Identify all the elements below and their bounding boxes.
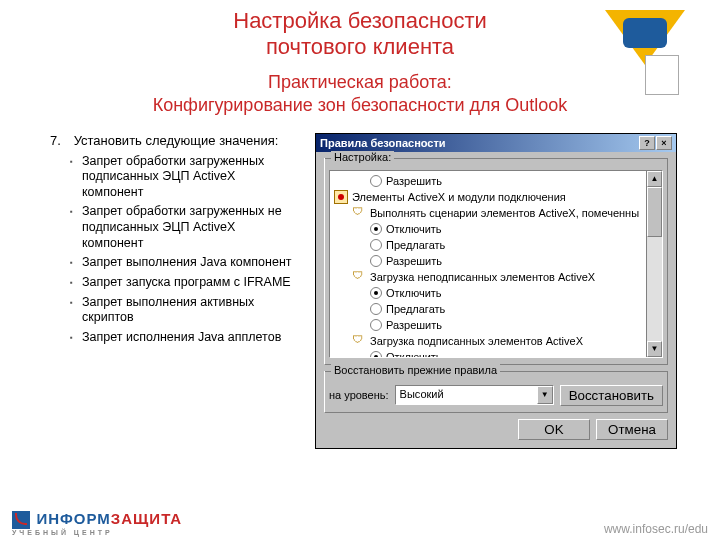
- tree-item-label: Загрузка подписанных элементов ActiveX: [370, 335, 583, 347]
- step-text: Установить следующие значения:: [74, 133, 279, 148]
- tree-subcategory: Выполнять сценарии элементов ActiveX, по…: [330, 205, 662, 221]
- radio-icon[interactable]: [370, 351, 382, 358]
- instruction-bullet: Запрет выполнения Java компонент: [70, 255, 300, 271]
- tree-subcategory: Загрузка неподписанных элементов ActiveX: [330, 269, 662, 285]
- tree-item-label: Предлагать: [386, 303, 445, 315]
- radio-icon[interactable]: [370, 287, 382, 299]
- help-button[interactable]: ?: [639, 136, 655, 150]
- instruction-bullet: Запрет обработки загруженных не подписан…: [70, 204, 300, 251]
- radio-icon[interactable]: [370, 303, 382, 315]
- tree-category: Элементы ActiveX и модули подключения: [330, 189, 662, 205]
- restore-level-value: Высокий: [396, 386, 537, 404]
- instructions-panel: 7. Установить следующие значения: Запрет…: [50, 133, 300, 449]
- instruction-bullet: Запрет запуска программ с IFRAME: [70, 275, 300, 291]
- tree-item-label: Отключить: [386, 351, 442, 358]
- restore-level-label: на уровень:: [329, 389, 389, 401]
- footer-url: www.infosec.ru/edu: [604, 522, 708, 536]
- shield-icon: [352, 270, 366, 284]
- step-number: 7.: [50, 133, 70, 148]
- radio-icon[interactable]: [370, 239, 382, 251]
- combo-dropdown-button[interactable]: ▼: [537, 386, 553, 404]
- radio-icon[interactable]: [370, 175, 382, 187]
- settings-label: Настройка:: [331, 151, 394, 163]
- tree-item-label: Предлагать: [386, 239, 445, 251]
- settings-group: Настройка: РазрешитьЭлементы ActiveX и м…: [324, 158, 668, 365]
- tree-radio-option[interactable]: Отключить: [330, 221, 662, 237]
- tree-item-label: Загрузка неподписанных элементов ActiveX: [370, 271, 595, 283]
- restore-group-label: Восстановить прежние правила: [331, 364, 500, 376]
- restore-button[interactable]: Восстановить: [560, 385, 663, 406]
- tree-item-label: Отключить: [386, 287, 442, 299]
- tree-radio-option[interactable]: Предлагать: [330, 301, 662, 317]
- footer-logo-icon: [12, 511, 30, 529]
- tree-radio-option[interactable]: Разрешить: [330, 173, 662, 189]
- footer-logo: ИНФОРМЗАЩИТА УЧЕБНЫЙ ЦЕНТР: [12, 510, 182, 536]
- tree-item-label: Выполнять сценарии элементов ActiveX, по…: [370, 207, 639, 219]
- tree-item-label: Разрешить: [386, 255, 442, 267]
- tree-subcategory: Загрузка подписанных элементов ActiveX: [330, 333, 662, 349]
- decorative-corner-graphic: [605, 10, 685, 90]
- shield-icon: [352, 334, 366, 348]
- shield-icon: [352, 206, 366, 220]
- instruction-bullet: Запрет выполнения активных скриптов: [70, 295, 300, 326]
- category-icon: [334, 190, 348, 204]
- scroll-thumb[interactable]: [647, 187, 662, 237]
- restore-level-combo[interactable]: Высокий ▼: [395, 385, 554, 405]
- dialog-title: Правила безопасности: [320, 137, 446, 149]
- ok-button[interactable]: OK: [518, 419, 590, 440]
- tree-radio-option[interactable]: Разрешить: [330, 253, 662, 269]
- tree-radio-option[interactable]: Отключить: [330, 285, 662, 301]
- radio-icon[interactable]: [370, 319, 382, 331]
- tree-item-label: Отключить: [386, 223, 442, 235]
- scroll-up-button[interactable]: ▲: [647, 171, 662, 187]
- cancel-button[interactable]: Отмена: [596, 419, 668, 440]
- tree-item-label: Разрешить: [386, 319, 442, 331]
- tree-item-label: Разрешить: [386, 175, 442, 187]
- radio-icon[interactable]: [370, 255, 382, 267]
- settings-tree[interactable]: РазрешитьЭлементы ActiveX и модули подкл…: [329, 170, 663, 358]
- tree-scrollbar[interactable]: ▲ ▼: [646, 171, 662, 357]
- instruction-bullet: Запрет обработки загруженных подписанных…: [70, 154, 300, 201]
- dialog-titlebar[interactable]: Правила безопасности ? ×: [316, 134, 676, 152]
- tree-item-label: Элементы ActiveX и модули подключения: [352, 191, 566, 203]
- radio-icon[interactable]: [370, 223, 382, 235]
- restore-group: Восстановить прежние правила на уровень:…: [324, 371, 668, 413]
- security-rules-dialog: Правила безопасности ? × Настройка: Разр…: [315, 133, 677, 449]
- tree-radio-option[interactable]: Отключить: [330, 349, 662, 358]
- tree-radio-option[interactable]: Разрешить: [330, 317, 662, 333]
- scroll-down-button[interactable]: ▼: [647, 341, 662, 357]
- close-button[interactable]: ×: [656, 136, 672, 150]
- tree-radio-option[interactable]: Предлагать: [330, 237, 662, 253]
- instruction-bullet: Запрет исполнения Java апплетов: [70, 330, 300, 346]
